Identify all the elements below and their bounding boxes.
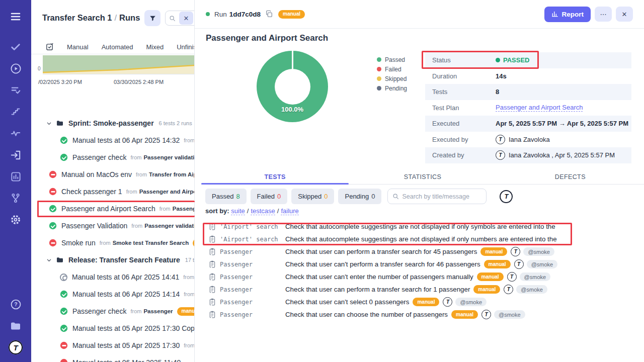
legend-item-skipped[interactable]: Skipped <box>377 74 407 83</box>
filter-button[interactable] <box>144 10 160 26</box>
test-row[interactable]: Passenger Check that user can't enter th… <box>205 270 644 283</box>
play-circle-icon[interactable] <box>8 61 23 76</box>
test-row[interactable]: Passenger Check that user can perform a … <box>205 283 644 296</box>
filter-skipped-button[interactable]: Skipped0 <box>291 189 334 204</box>
settings-gear-icon[interactable] <box>8 212 23 227</box>
tab-manual[interactable]: Manual <box>67 43 89 51</box>
legend-item-passed[interactable]: Passed <box>377 55 407 64</box>
tab-automated[interactable]: Automated <box>102 43 133 51</box>
test-row[interactable]: Passenger Check that user can perform a … <box>205 245 644 258</box>
copy-icon[interactable] <box>265 10 273 18</box>
runs-panel: Transfer Search 1/Runs ✕ Manual Automate… <box>31 0 195 362</box>
activity-icon[interactable] <box>8 126 23 141</box>
import-icon[interactable] <box>8 147 23 162</box>
analytics-icon[interactable] <box>8 169 23 184</box>
from-label: from <box>136 171 147 177</box>
close-run-button[interactable]: ✕ <box>616 7 633 22</box>
app-logo[interactable]: T <box>8 340 23 355</box>
steps-icon[interactable] <box>8 104 23 119</box>
select-all-icon[interactable] <box>45 43 54 51</box>
passed-icon <box>49 205 57 213</box>
manual-badge: manual <box>193 239 194 247</box>
user-avatar: T <box>507 272 517 282</box>
tree-run[interactable]: Passenger Validation from Passenger vali… <box>31 217 194 234</box>
tab-tests[interactable]: TESTS <box>201 170 349 184</box>
tree-run[interactable]: Manual tests at 05 Apr 2025 17:30 Copy f… <box>31 320 194 337</box>
legend-item-failed[interactable]: Failed <box>377 64 407 74</box>
test-title: Check that user can perform a transfer s… <box>285 286 470 293</box>
sort-by-testcase[interactable]: testcase <box>251 207 275 215</box>
tab-mixed[interactable]: Mixed <box>146 43 164 51</box>
menu-icon[interactable] <box>8 9 23 24</box>
filter-pending-button[interactable]: Pending0 <box>338 189 381 204</box>
smoke-tag[interactable]: @smoke <box>520 273 551 281</box>
smoke-tag[interactable]: @smoke <box>455 298 487 306</box>
check-icon[interactable] <box>8 39 23 54</box>
runs-trend-chart[interactable] <box>43 55 194 74</box>
sort-by-suite[interactable]: suite <box>231 207 245 215</box>
more-button[interactable]: ⋯ <box>595 7 612 22</box>
tree-folder[interactable]: Release: Transfer Search Feature 17 test… <box>31 251 194 268</box>
assignee-filter-avatar[interactable]: T <box>500 190 513 203</box>
tree-run[interactable]: Manual tests at 06 Mar 2025 11:40 <box>31 354 194 362</box>
tree-run[interactable]: Passenger check from Passenger manual 6 <box>31 303 194 320</box>
legend-label: Passed <box>385 56 405 63</box>
app-screen: ? T Transfer Search 1/Runs <box>0 0 644 362</box>
tab-unfinished[interactable]: Unfinished <box>177 43 195 51</box>
panel-close-button[interactable]: ✕ <box>179 12 193 25</box>
chart-x-label-2: 03/30/2025 2:48 PM <box>114 79 164 85</box>
legend-dot-pending <box>377 86 381 90</box>
chevron-down-icon[interactable] <box>46 257 52 263</box>
breadcrumb-page: Runs <box>119 13 140 22</box>
manual-badge: manual <box>484 260 511 268</box>
help-icon[interactable]: ? <box>8 297 23 312</box>
tree-run[interactable]: Manual tests at 06 Apr 2025 14:14 from P… <box>31 286 194 303</box>
passed-icon <box>49 222 57 230</box>
breadcrumb-project[interactable]: Transfer Search 1 <box>42 13 112 22</box>
test-row[interactable]: 'Airport' search … Check that autocomple… <box>205 233 644 245</box>
test-plan-link[interactable]: Passenger and Airport Search <box>496 104 583 112</box>
test-row[interactable]: Passenger Check that user can't select 0… <box>205 296 644 308</box>
filter-failed-button[interactable]: Failed0 <box>251 189 288 204</box>
run-title: Manual tests at 05 Apr 2025 17:30 <box>72 341 180 349</box>
donut-hole <box>275 69 310 105</box>
list-check-icon[interactable] <box>8 82 23 98</box>
filter-label: Failed <box>257 193 275 200</box>
test-suite: 'Airport' search … <box>220 236 281 243</box>
detail-label: Status <box>432 56 496 64</box>
sort-by-failure[interactable]: failure <box>281 207 298 215</box>
tests-search-input[interactable] <box>402 193 477 200</box>
tree-run[interactable]: Passenger check from Passenger validatio… <box>31 149 194 166</box>
projects-folder-icon[interactable] <box>8 318 23 333</box>
chevron-down-icon[interactable] <box>46 121 52 126</box>
filter-passed-button[interactable]: Passed8 <box>205 189 247 204</box>
smoke-tag[interactable]: @smoke <box>527 260 558 268</box>
test-row[interactable]: 'Airport' search … Check that autocomple… <box>205 220 644 233</box>
tab-defects[interactable]: DEFECTS <box>497 170 644 184</box>
legend-item-pending[interactable]: Pending <box>377 83 407 93</box>
tree-folder[interactable]: Sprint: Smoke-passenger 6 tests 2 runs <box>31 115 194 132</box>
branch-icon[interactable] <box>8 191 23 206</box>
smoke-tag[interactable]: @smoke <box>523 247 554 256</box>
tree-run[interactable]: Manual tests at 06 Apr 2025 14:41 from T… <box>31 268 194 286</box>
tree-run[interactable]: Manual on MacOs env from Transfer from A… <box>31 166 194 183</box>
test-row[interactable]: Passenger Check that user can't perform … <box>205 258 644 270</box>
detail-row-created-by: Created by TIana Zavoloka , Apr 5, 2025 … <box>425 147 631 163</box>
user-avatar: T <box>504 285 513 294</box>
smoke-tag[interactable]: @smoke <box>516 285 547 294</box>
smoke-tag[interactable]: @smoke <box>494 310 525 319</box>
test-row[interactable]: Passenger Check that user can choose the… <box>205 308 644 321</box>
run-actions: Report ⋯ ✕ <box>544 7 633 22</box>
tree-run[interactable]: Manual tests at 06 Apr 2025 14:32 from P… <box>31 132 194 149</box>
tab-statistics[interactable]: STATISTICS <box>349 170 496 184</box>
tree-run[interactable]: Check passenger 1 from Passenger and Air… <box>31 183 194 200</box>
tree-run[interactable]: Manual tests at 05 Apr 2025 17:30 from T… <box>31 337 194 354</box>
detail-label: Executed <box>432 120 496 127</box>
results-donut-chart[interactable]: 100.0% <box>257 51 328 122</box>
tree-run[interactable]: Smoke run from Smoke test Transfer Searc… <box>31 234 194 251</box>
detail-value: Apr 5, 2025 5:57 PM → Apr 5, 2025 5:57 P… <box>496 120 628 127</box>
tree-run-selected[interactable]: Passenger and Airport Search from Passen… <box>31 200 194 217</box>
report-button[interactable]: Report <box>544 7 591 22</box>
tests-list: 'Airport' search … Check that autocomple… <box>205 220 644 321</box>
test-suite: Passenger <box>220 286 281 293</box>
